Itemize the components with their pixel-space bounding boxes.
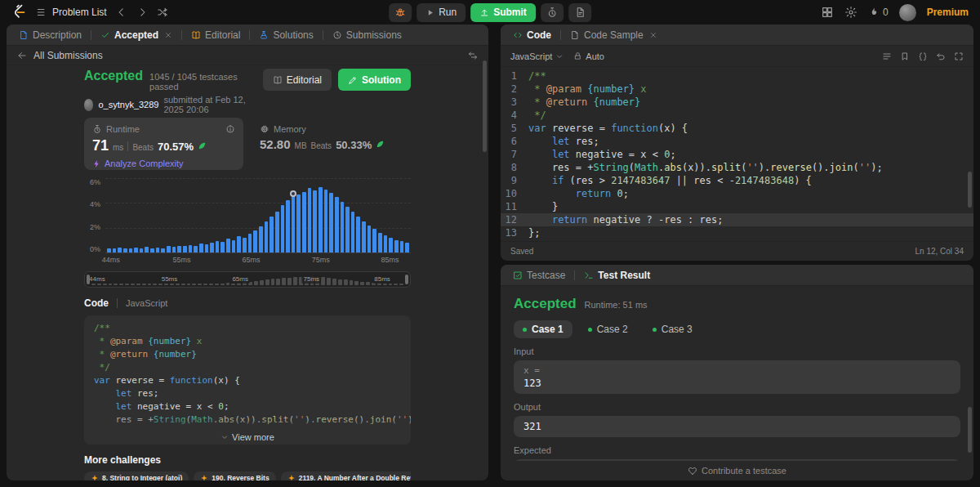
fullscreen-icon[interactable]: [954, 51, 964, 61]
histogram-bar[interactable]: [394, 240, 399, 252]
layout-switcher-icon[interactable]: [821, 6, 834, 19]
histogram-bar[interactable]: [172, 247, 176, 252]
challenge-chip[interactable]: 2119. A Number After a Double Reversal: [281, 471, 411, 480]
cursor-position[interactable]: Ln 12, Col 34: [915, 247, 964, 256]
challenge-chip[interactable]: 190. Reverse Bits: [194, 471, 275, 480]
tab-test-result[interactable]: Test Result: [578, 265, 656, 285]
submitter-avatar[interactable]: [84, 99, 93, 111]
histogram-bar[interactable]: [318, 187, 323, 252]
histogram-bar[interactable]: [253, 230, 257, 252]
streak-counter[interactable]: 0: [868, 7, 889, 18]
histogram-bar[interactable]: [378, 233, 382, 252]
case-tab-1[interactable]: Case 1: [514, 320, 572, 338]
histogram-bar[interactable]: [292, 195, 296, 252]
histogram-bar[interactable]: [177, 246, 181, 252]
histogram-bar[interactable]: [335, 197, 339, 252]
histogram-bar[interactable]: [281, 205, 285, 252]
histogram-bar[interactable]: [199, 244, 203, 252]
tab-accepted[interactable]: Accepted: [95, 25, 178, 45]
histogram-bar[interactable]: [145, 247, 149, 252]
histogram-bar[interactable]: [113, 248, 117, 252]
analyze-complexity-link[interactable]: Analyze Complexity: [92, 159, 235, 168]
histogram-bar[interactable]: [243, 238, 247, 252]
challenge-chip[interactable]: 8. String to Integer (atoi): [84, 471, 189, 480]
histogram-bar[interactable]: [205, 244, 209, 252]
close-icon[interactable]: [164, 31, 172, 39]
debug-button[interactable]: [389, 3, 412, 22]
case-tab-3[interactable]: Case 3: [644, 320, 702, 338]
histogram-bar[interactable]: [210, 243, 214, 252]
submitter-username[interactable]: o_sytnyk_3289: [98, 100, 158, 109]
scrollbar-thumb[interactable]: [483, 60, 487, 152]
histogram-bar[interactable]: [341, 202, 345, 252]
histogram-bar[interactable]: [286, 200, 290, 252]
histogram-bar[interactable]: [237, 236, 241, 252]
histogram-bar[interactable]: [259, 226, 263, 252]
auto-complete-toggle[interactable]: Auto: [573, 51, 604, 61]
code-line[interactable]: 6 let res;: [501, 135, 973, 148]
leetcode-logo[interactable]: [11, 3, 27, 21]
case-tab-2[interactable]: Case 2: [579, 320, 637, 338]
code-line[interactable]: 12 return negative ? -res : res;: [501, 213, 973, 226]
histogram-bar[interactable]: [248, 234, 252, 252]
histogram-bar[interactable]: [372, 229, 376, 252]
histogram-bar[interactable]: [400, 241, 404, 252]
code-line[interactable]: 4 */: [501, 109, 973, 122]
brush-handle-left[interactable]: [87, 275, 90, 284]
submit-button[interactable]: Submit: [470, 3, 536, 22]
histogram-bar[interactable]: [167, 246, 171, 252]
contribute-testcase-link[interactable]: Contribute a testcase: [501, 461, 973, 480]
all-submissions-link[interactable]: All Submissions: [33, 50, 103, 61]
avatar[interactable]: [899, 4, 916, 21]
editorial-button[interactable]: Editorial: [263, 69, 332, 91]
histogram-bar[interactable]: [161, 248, 165, 252]
tab-solutions[interactable]: Solutions: [253, 25, 318, 45]
tab-submissions[interactable]: Submissions: [327, 25, 408, 45]
info-icon[interactable]: [225, 124, 235, 134]
leaf-icon[interactable]: [376, 140, 385, 149]
histogram-bar[interactable]: [107, 248, 111, 252]
run-button[interactable]: Run: [416, 3, 466, 22]
code-line[interactable]: 13};: [501, 226, 973, 239]
histogram-bar[interactable]: [134, 248, 138, 252]
language-selector[interactable]: JavaScript: [510, 51, 564, 61]
code-line[interactable]: 9 if (res > 2147483647 || res < -2147483…: [501, 174, 973, 187]
histogram-bar[interactable]: [129, 248, 133, 252]
histogram-bar[interactable]: [118, 248, 122, 252]
histogram-bar[interactable]: [275, 212, 279, 252]
histogram-bar[interactable]: [384, 235, 388, 252]
code-line[interactable]: 7 let negative = x < 0;: [501, 148, 973, 161]
flip-layout-icon[interactable]: [468, 51, 478, 60]
code-line[interactable]: 10 return 0;: [501, 187, 973, 200]
histogram-bar[interactable]: [156, 248, 160, 252]
prev-problem-icon[interactable]: [116, 7, 127, 18]
close-icon[interactable]: [649, 31, 657, 39]
runtime-card[interactable]: Runtime 71 ms Beats 70.57%: [84, 118, 243, 170]
timer-button[interactable]: [541, 3, 564, 22]
histogram-bar[interactable]: [368, 226, 372, 252]
histogram-bar[interactable]: [362, 221, 366, 252]
chart-zoom-brush[interactable]: 44ms55ms65ms75ms85ms: [84, 271, 411, 288]
tab-code-sample[interactable]: Code Sample: [564, 25, 663, 45]
output-box[interactable]: 321: [514, 416, 960, 437]
histogram-bar[interactable]: [265, 221, 269, 252]
histogram-bar[interactable]: [308, 188, 312, 252]
memory-card[interactable]: Memory 52.80 MB Beats 50.33%: [252, 118, 411, 170]
bookmark-icon[interactable]: [900, 51, 910, 61]
histogram-bar[interactable]: [296, 194, 301, 252]
scrollbar-thumb[interactable]: [968, 407, 972, 453]
histogram-bar[interactable]: [194, 246, 198, 252]
scrollbar-thumb[interactable]: [968, 172, 972, 208]
leaf-icon[interactable]: [198, 141, 207, 150]
next-problem-icon[interactable]: [136, 7, 148, 18]
problem-list-link[interactable]: Problem List: [36, 7, 107, 18]
histogram-bar[interactable]: [123, 248, 127, 252]
solution-button[interactable]: Solution: [338, 69, 411, 91]
tab-testcase[interactable]: Testcase: [507, 265, 571, 285]
histogram-bar[interactable]: [313, 190, 317, 252]
settings-gear-icon[interactable]: [844, 6, 858, 19]
braces-icon[interactable]: [918, 51, 928, 61]
histogram-bar[interactable]: [140, 248, 144, 252]
histogram-bar[interactable]: [216, 241, 220, 252]
my-runtime-marker[interactable]: [290, 190, 296, 197]
